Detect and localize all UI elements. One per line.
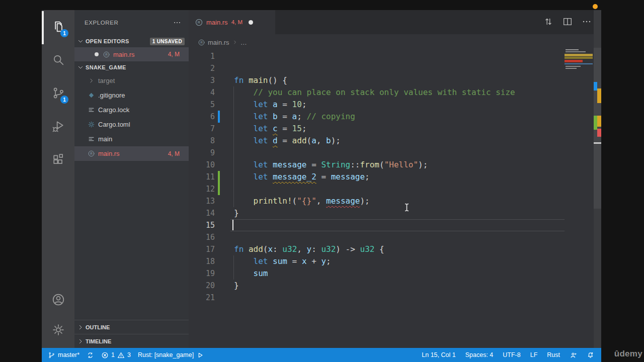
settings-icon (51, 323, 65, 337)
status-eol[interactable]: LF (530, 351, 538, 358)
rust-icon: R (88, 150, 95, 157)
line-number: 10 (189, 159, 215, 171)
unsaved-dot-icon[interactable] (249, 20, 253, 25)
line-number: 14 (189, 207, 215, 219)
overview-ruler[interactable] (594, 10, 601, 348)
code-text: let c = 15; (234, 123, 307, 135)
code-line: 3fn main() { (189, 74, 564, 86)
activity-item-run-debug[interactable] (42, 110, 74, 143)
chevron-down-icon (76, 63, 85, 71)
status-indentation[interactable]: Spaces: 4 (465, 351, 494, 358)
code-line: 4 // you can place on stack only values … (189, 86, 564, 99)
activity-item-explorer[interactable]: 1 (42, 10, 74, 43)
person-icon (570, 351, 577, 359)
code-editor[interactable]: 123fn main() {4 // you can place on stac… (189, 50, 564, 348)
file-main[interactable]: main (74, 132, 189, 146)
status-branch[interactable]: master* (48, 351, 79, 359)
warning-icon (117, 351, 125, 359)
activity-item-extensions[interactable] (42, 143, 74, 176)
status-rust-analyzer[interactable]: Rust: [snake_game] (138, 351, 204, 359)
split-editor-icon[interactable] (562, 16, 573, 27)
sync-icon (87, 351, 94, 359)
chevron-right-icon (76, 323, 85, 331)
tab-bar: R main.rs 4, M (189, 10, 601, 34)
status-label: Rust (547, 351, 560, 358)
ruler-mark (597, 88, 601, 103)
code-text: } (234, 207, 239, 219)
code-line: 17fn add(x: u32, y: u32) -> u32 { (189, 243, 564, 255)
current-line-highlight (230, 219, 565, 231)
workspace-header[interactable]: SNAKE_GAME (74, 61, 189, 73)
status-label: LF (530, 351, 538, 358)
workspace-label: SNAKE_GAME (86, 64, 126, 70)
tab-problems-badge: 4, M (231, 19, 243, 25)
tab-main-rs[interactable]: R main.rs 4, M (189, 10, 275, 34)
editor-group: R main.rs 4, M R main.rs … 123fn main() … (189, 10, 601, 348)
gitfile-icon (88, 92, 95, 99)
code-line: 14} (189, 207, 564, 219)
line-number: 7 (189, 123, 215, 135)
panel-outline[interactable]: OUTLINE (74, 320, 189, 334)
code-text: fn main() { (234, 74, 287, 86)
file-Cargo.lock[interactable]: Cargo.lock (74, 103, 189, 117)
chevron-right-icon (76, 337, 85, 345)
file-main.rs[interactable]: Rmain.rs4, M (74, 146, 189, 161)
ruler-mark (594, 82, 597, 90)
file-.gitignore[interactable]: .gitignore (74, 88, 189, 103)
search-icon (51, 53, 65, 67)
activity-item-account[interactable] (42, 285, 74, 315)
open-editors-label: OPEN EDITORS (86, 38, 129, 44)
file-label: main.rs (113, 51, 135, 58)
status-encoding[interactable]: UTF-8 (503, 351, 520, 358)
breadcrumb[interactable]: R main.rs … (189, 34, 247, 50)
unsaved-dot-icon (95, 52, 99, 56)
code-line: 13 println!("{}", message); (189, 195, 564, 207)
activity-item-search[interactable] (42, 43, 74, 76)
file-problems-badge: 4, M (168, 150, 180, 157)
line-number: 21 (189, 292, 215, 304)
activity-item-source-control[interactable]: 1 (42, 76, 74, 110)
code-line: 1 (189, 50, 564, 62)
status-label: Spaces: 4 (465, 351, 494, 358)
status-cursor-position[interactable]: Ln 15, Col 1 (422, 351, 455, 358)
code-line: 16 (189, 231, 564, 243)
file-label: target (98, 77, 115, 84)
minimap-band (566, 68, 577, 69)
more-icon[interactable] (581, 16, 592, 27)
account-icon (51, 293, 65, 307)
line-number: 4 (189, 86, 215, 99)
status-bar: master*13Rust: [snake_game] Ln 15, Col 1… (42, 348, 601, 362)
tab-label: main.rs (206, 19, 228, 26)
minimap[interactable] (565, 48, 593, 73)
open-changes-icon[interactable] (543, 16, 554, 27)
code-line: 7 let c = 15; (189, 123, 564, 135)
run-debug-icon (51, 119, 65, 133)
status-language[interactable]: Rust (547, 351, 560, 358)
chevron-down-icon (76, 37, 85, 45)
line-number: 2 (189, 62, 215, 74)
breadcrumb-more[interactable]: … (240, 39, 247, 46)
activity-item-settings[interactable] (42, 315, 74, 345)
minimap-band (565, 60, 583, 62)
status-notifications[interactable] (587, 351, 594, 359)
minimap-band (565, 63, 593, 64)
file-target[interactable]: target (74, 73, 189, 88)
line-number: 20 (189, 280, 215, 292)
panel-timeline[interactable]: TIMELINE (74, 334, 189, 348)
status-sync[interactable] (87, 351, 94, 359)
line-number: 3 (189, 74, 215, 86)
code-text: // you can place on stack only values wi… (234, 86, 515, 99)
svg-text:R: R (200, 41, 203, 44)
explorer-more-actions-icon[interactable] (173, 18, 182, 27)
error-count: 1 (111, 351, 115, 358)
svg-text:R: R (90, 152, 93, 155)
status-feedback[interactable] (570, 351, 577, 359)
file-Cargo.toml[interactable]: Cargo.toml (74, 117, 189, 132)
line-number: 15 (189, 219, 215, 231)
minimap-band (566, 66, 581, 67)
open-editors-header[interactable]: OPEN EDITORS 1 UNSAVED (74, 35, 189, 47)
open-editor-item-main.rs[interactable]: Rmain.rs4, M (74, 47, 189, 61)
breadcrumb-file[interactable]: main.rs (208, 39, 229, 46)
status-problems[interactable]: 13 (101, 351, 131, 359)
branch-icon (48, 351, 55, 359)
